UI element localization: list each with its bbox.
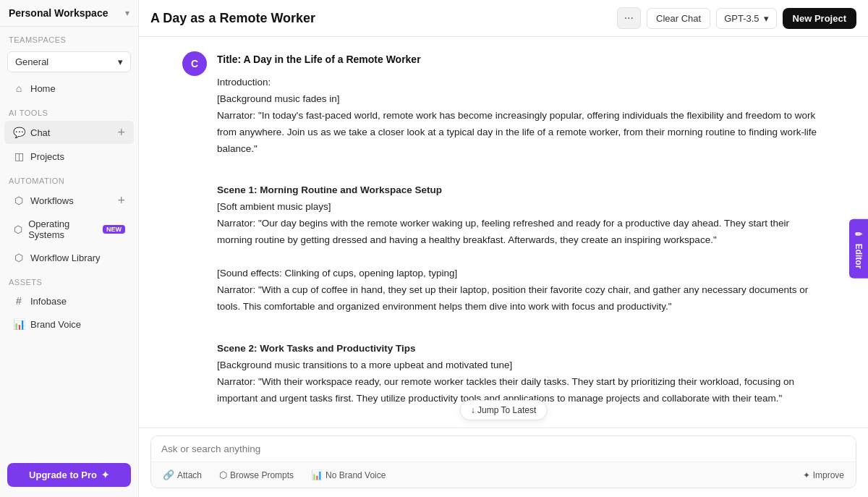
workflows-icon: ⬡ [13, 195, 25, 206]
main-content: A Day as a Remote Worker ··· Clear Chat … [139, 0, 868, 497]
sidebar-item-operating-systems[interactable]: ⬡ Operating Systems NEW [4, 213, 134, 245]
chat-toolbar: 🔗 Attach ⬡ Browse Prompts 📊 No Brand Voi… [151, 462, 856, 488]
improve-button[interactable]: ✦ Improve [799, 468, 848, 483]
home-icon: ⌂ [13, 82, 25, 94]
upgrade-button[interactable]: Upgrade to Pro ✦ [7, 463, 131, 487]
sidebar-item-workflows[interactable]: ⬡ Workflows + [4, 189, 134, 212]
chat-add-button[interactable]: + [117, 126, 125, 139]
chat-input-area: 🔗 Attach ⬡ Browse Prompts 📊 No Brand Voi… [139, 428, 868, 497]
assets-label: Assets [0, 269, 138, 289]
chat-message: C Title: A Day in the Life of a Remote W… [182, 51, 825, 428]
chat-input-box: 🔗 Attach ⬡ Browse Prompts 📊 No Brand Voi… [150, 436, 856, 488]
editor-tab[interactable]: ✏ Editor [849, 218, 868, 279]
scene1-title: Scene 1: Morning Routine and Workspace S… [217, 182, 825, 199]
new-project-button[interactable]: New Project [783, 8, 856, 29]
chat-text: Title: A Day in the Life of a Remote Wor… [217, 51, 825, 428]
brand-voice-button[interactable]: 📊 No Brand Voice [307, 467, 390, 483]
scene2-sound: [Sound effects: Keyboard typing, mouse c… [217, 424, 825, 428]
sidebar-header: Personal Workspace ▾ [0, 0, 138, 27]
header-actions: ··· Clear Chat GPT-3.5 ▾ New Project [617, 7, 856, 29]
teamspaces-label: Teamspaces [0, 27, 138, 47]
sidebar-item-home[interactable]: ⌂ Home [4, 77, 134, 99]
attach-icon: 🔗 [163, 470, 174, 480]
sidebar: Personal Workspace ▾ Teamspaces General … [0, 0, 139, 497]
prompts-icon: ⬡ [219, 470, 227, 480]
sidebar-footer: Upgrade to Pro ✦ [0, 456, 138, 497]
scene1-narrator: Narrator: "Our day begins with the remot… [217, 216, 825, 249]
attach-button[interactable]: 🔗 Attach [158, 467, 206, 483]
operating-systems-icon: ⬡ [13, 224, 22, 235]
projects-icon: ◫ [13, 150, 25, 162]
brand-voice-icon: 📊 [13, 318, 25, 330]
workflow-library-icon: ⬡ [13, 252, 25, 263]
improve-icon: ✦ [803, 470, 810, 480]
intro-narrator: Narrator: "In today's fast-paced world, … [217, 108, 825, 158]
page-title: A Day as a Remote Worker [150, 11, 315, 26]
workspace-title: Personal Workspace [9, 7, 108, 19]
brand-icon: 📊 [311, 470, 323, 480]
automation-label: Automation [0, 168, 138, 188]
avatar: C [182, 51, 207, 76]
ai-tools-label: AI Tools [0, 100, 138, 120]
sidebar-item-workflow-library[interactable]: ⬡ Workflow Library [4, 247, 134, 268]
chat-icon: 💬 [13, 127, 25, 138]
more-options-button[interactable]: ··· [617, 7, 641, 29]
infobase-icon: # [13, 295, 25, 307]
chevron-down-icon: ▾ [764, 13, 769, 24]
chat-title: Title: A Day in the Life of a Remote Wor… [217, 51, 825, 69]
intro-label: Introduction: [217, 75, 825, 91]
sidebar-item-chat[interactable]: 💬 Chat + [4, 121, 134, 144]
browse-prompts-button[interactable]: ⬡ Browse Prompts [215, 467, 298, 483]
chat-input[interactable] [151, 436, 856, 462]
clear-chat-button[interactable]: Clear Chat [647, 8, 710, 29]
intro-bracket: [Background music fades in] [217, 91, 825, 108]
chat-body: Title: A Day in the Life of a Remote Wor… [217, 51, 825, 428]
editor-pencil-icon: ✏ [854, 229, 864, 239]
gpt-model-selector[interactable]: GPT-3.5 ▾ [716, 8, 776, 29]
jump-to-latest-button[interactable]: ↓ Jump To Latest [460, 400, 548, 420]
scene2-title: Scene 2: Work Tasks and Productivity Tip… [217, 341, 825, 357]
workflows-add-button[interactable]: + [117, 194, 125, 207]
sidebar-item-infobase[interactable]: # Infobase [4, 290, 134, 312]
main-header: A Day as a Remote Worker ··· Clear Chat … [139, 0, 868, 37]
scene1-sound: [Sound effects: Clinking of cups, openin… [217, 266, 825, 282]
scene1-narrator2: Narrator: "With a cup of coffee in hand,… [217, 282, 825, 315]
new-badge: NEW [103, 225, 125, 234]
star-icon: ✦ [101, 470, 109, 480]
sidebar-item-projects[interactable]: ◫ Projects [4, 145, 134, 167]
dropdown-chevron-icon: ▾ [118, 56, 123, 67]
general-dropdown[interactable]: General ▾ [7, 51, 131, 72]
chat-content: C Title: A Day in the Life of a Remote W… [139, 37, 868, 428]
scene1-bracket: [Soft ambient music plays] [217, 199, 825, 216]
workspace-chevron[interactable]: ▾ [125, 8, 129, 18]
scene2-bracket: [Background music transitions to a more … [217, 357, 825, 374]
sidebar-item-brand-voice[interactable]: 📊 Brand Voice [4, 313, 134, 335]
